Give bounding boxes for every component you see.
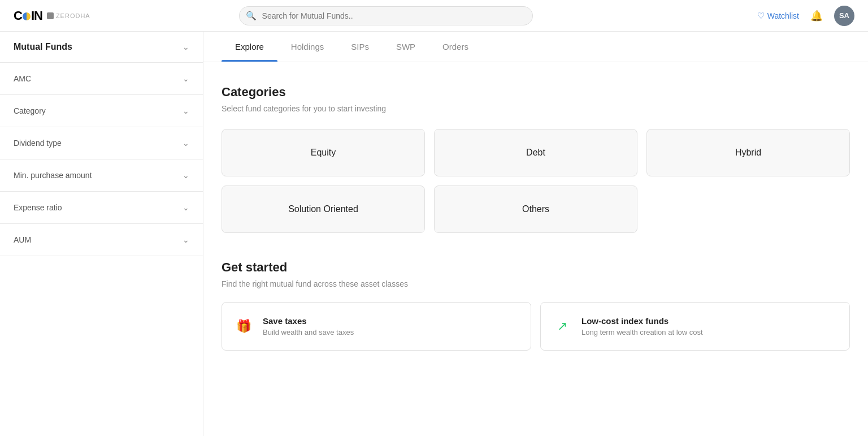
filter-min-purchase[interactable]: Min. purchase amount ⌄ [0, 159, 203, 192]
explore-content: Categories Select fund categories for yo… [203, 62, 868, 373]
tab-explore[interactable]: Explore [222, 32, 277, 62]
gift-icon: 🎁 [233, 316, 254, 336]
filter-amc[interactable]: AMC ⌄ [0, 63, 203, 95]
chevron-down-icon: ⌄ [183, 74, 189, 83]
get-started-section: Get started Find the right mutual fund a… [222, 260, 850, 351]
notification-bell-icon[interactable]: 🔔 [810, 10, 823, 22]
tab-orders[interactable]: Orders [429, 32, 482, 62]
category-debt[interactable]: Debt [434, 129, 637, 176]
search-input[interactable] [239, 6, 533, 25]
get-started-title: Get started [222, 260, 850, 275]
zerodha-brand: ZERODHA [47, 12, 90, 19]
chevron-down-icon: ⌄ [183, 106, 189, 115]
get-started-save-taxes[interactable]: 🎁 Save taxes Build wealth and save taxes [222, 302, 531, 351]
filter-dividend-type[interactable]: Dividend type ⌄ [0, 127, 203, 159]
get-started-subtitle: Find the right mutual fund across these … [222, 279, 850, 288]
mutual-funds-dropdown[interactable]: Mutual Funds ⌄ [0, 32, 203, 63]
card-text-index-funds: Low-cost index funds Long term wealth cr… [581, 316, 703, 336]
get-started-grid: 🎁 Save taxes Build wealth and save taxes… [222, 302, 850, 351]
get-started-index-funds[interactable]: ↗ Low-cost index funds Long term wealth … [540, 302, 850, 351]
categories-subtitle: Select fund categories for you to start … [222, 104, 850, 113]
categories-section: Categories Select fund categories for yo… [222, 85, 850, 233]
categories-row2: Solution Oriented Others [222, 185, 850, 233]
heart-icon: ♡ [757, 11, 765, 21]
card-text-save-taxes: Save taxes Build wealth and save taxes [263, 316, 354, 336]
watchlist-button[interactable]: ♡ Watchlist [757, 11, 799, 21]
sidebar-dropdown-label: Mutual Funds [14, 42, 72, 52]
chevron-down-icon: ⌄ [183, 203, 189, 212]
search-icon: 🔍 [246, 11, 257, 21]
tab-holdings[interactable]: Holdings [277, 32, 337, 62]
avatar[interactable]: SA [834, 6, 854, 26]
filter-aum[interactable]: AUM ⌄ [0, 224, 203, 256]
category-others[interactable]: Others [434, 185, 637, 233]
filter-category[interactable]: Category ⌄ [0, 95, 203, 127]
main-content: Explore Holdings SIPs SWP Orders Categor… [203, 32, 868, 436]
chevron-down-icon: ⌄ [183, 42, 189, 51]
categories-row1: Equity Debt Hybrid [222, 129, 850, 176]
sidebar: Mutual Funds ⌄ AMC ⌄ Category ⌄ Dividend… [0, 32, 203, 436]
trend-icon: ↗ [552, 316, 572, 336]
header-right: ♡ Watchlist 🔔 SA [757, 6, 854, 26]
category-equity[interactable]: Equity [222, 129, 425, 176]
logo-area: CIN ZERODHA [14, 8, 127, 23]
zerodha-icon [47, 12, 54, 19]
chevron-down-icon: ⌄ [183, 171, 189, 180]
categories-title: Categories [222, 85, 850, 100]
nav-tabs: Explore Holdings SIPs SWP Orders [203, 32, 868, 62]
layout: Mutual Funds ⌄ AMC ⌄ Category ⌄ Dividend… [0, 32, 868, 436]
category-hybrid[interactable]: Hybrid [646, 129, 850, 176]
search-bar: 🔍 [239, 6, 533, 25]
header: CIN ZERODHA 🔍 ♡ Watchlist 🔔 SA [0, 0, 868, 32]
coin-logo: CIN [14, 8, 42, 23]
tab-swp[interactable]: SWP [383, 32, 429, 62]
filter-expense-ratio[interactable]: Expense ratio ⌄ [0, 192, 203, 224]
chevron-down-icon: ⌄ [183, 139, 189, 148]
chevron-down-icon: ⌄ [183, 235, 189, 244]
category-solution-oriented[interactable]: Solution Oriented [222, 185, 425, 233]
tab-sips[interactable]: SIPs [337, 32, 383, 62]
